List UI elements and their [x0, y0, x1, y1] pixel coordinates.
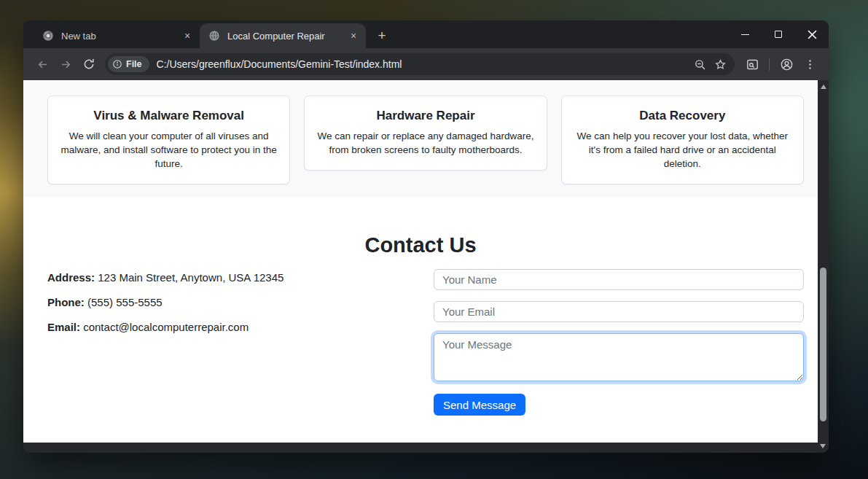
window-controls [728, 20, 829, 48]
browser-window: New tab × Local Computer Repair × + [23, 20, 829, 453]
browser-toolbar: File C:/Users/greenflux/Documents/Gemini… [23, 48, 829, 80]
tab-close-icon[interactable]: × [347, 29, 360, 42]
file-chip[interactable]: File [108, 56, 149, 72]
globe-icon [208, 30, 220, 42]
services-section: Virus & Malware Removal We will clean yo… [23, 80, 818, 197]
toolbar-divider [769, 58, 770, 71]
maximize-icon [775, 31, 782, 38]
web-page-content: Virus & Malware Removal We will clean yo… [23, 80, 818, 443]
info-icon [112, 59, 122, 69]
phone-label: Phone: [47, 296, 85, 308]
forward-button[interactable] [54, 52, 77, 76]
forward-arrow-icon [59, 58, 73, 71]
email-label: Email: [47, 321, 80, 333]
url-text[interactable]: C:/Users/greenflux/Documents/Gemini-Test… [157, 58, 689, 70]
contact-heading: Contact Us [23, 233, 818, 257]
side-panel-button[interactable] [740, 52, 764, 76]
tab-close-icon[interactable]: × [181, 29, 194, 42]
profile-button[interactable] [775, 52, 798, 76]
card-description: We will clean your computer of all virus… [59, 130, 278, 171]
close-icon [808, 30, 817, 39]
menu-button[interactable] [798, 52, 821, 76]
bookmark-button[interactable] [710, 54, 730, 74]
close-button[interactable] [795, 20, 829, 48]
tab-strip: New tab × Local Computer Repair × + [23, 20, 829, 48]
page-viewport: Virus & Malware Removal We will clean yo… [23, 80, 829, 453]
phone-line: Phone: (555) 555-5555 [47, 296, 434, 308]
zoom-minus-icon [694, 58, 706, 71]
maximize-button[interactable] [762, 20, 795, 48]
service-card-virus-malware: Virus & Malware Removal We will clean yo… [47, 96, 290, 184]
scrollbar-thumb[interactable] [820, 268, 826, 421]
reload-button[interactable] [77, 52, 101, 76]
page-scrollbar[interactable] [818, 80, 829, 453]
card-title: Hardware Repair [316, 109, 535, 123]
contact-form: Send Message [434, 269, 804, 416]
card-description: We can help you recover your lost data, … [573, 130, 792, 171]
back-arrow-icon [36, 58, 50, 71]
contact-info: Address: 123 Main Street, Anytown, USA 1… [47, 269, 434, 416]
chrome-icon [42, 30, 54, 42]
email-value: contact@localcomputerrepair.com [83, 321, 249, 333]
star-icon [714, 58, 727, 71]
card-title: Data Recovery [573, 109, 792, 123]
address-bar[interactable]: File C:/Users/greenflux/Documents/Gemini… [105, 53, 735, 75]
scroll-down-icon[interactable] [820, 444, 826, 448]
kebab-menu-icon [804, 58, 816, 71]
address-label: Address: [47, 271, 95, 284]
profile-icon [780, 58, 794, 71]
minimize-button[interactable] [728, 20, 762, 48]
tab-title: Local Computer Repair [227, 31, 347, 42]
scroll-up-icon[interactable] [821, 85, 826, 89]
card-title: Virus & Malware Removal [59, 109, 278, 123]
service-card-data-recovery: Data Recovery We can help you recover yo… [561, 96, 804, 184]
zoom-button[interactable] [689, 54, 710, 74]
minimize-icon [741, 34, 749, 35]
message-textarea[interactable] [434, 333, 804, 381]
side-panel-search-icon [746, 58, 759, 71]
email-input[interactable] [434, 301, 804, 322]
card-description: We can repair or replace any damaged har… [316, 130, 535, 157]
file-chip-label: File [126, 59, 142, 69]
contact-section: Contact Us Address: 123 Main Street, Any… [23, 197, 818, 416]
service-card-hardware-repair: Hardware Repair We can repair or replace… [304, 96, 547, 171]
address-value: 123 Main Street, Anytown, USA 12345 [98, 271, 284, 284]
send-message-button[interactable]: Send Message [434, 394, 525, 416]
name-input[interactable] [434, 269, 804, 290]
tab-new-tab[interactable]: New tab × [34, 23, 200, 48]
email-line: Email: contact@localcomputerrepair.com [47, 321, 434, 333]
new-tab-button[interactable]: + [372, 25, 392, 45]
back-button[interactable] [31, 52, 54, 76]
tab-local-computer-repair[interactable]: Local Computer Repair × [200, 23, 366, 48]
tab-title: New tab [61, 31, 181, 42]
phone-value: (555) 555-5555 [87, 296, 163, 308]
reload-icon [82, 58, 95, 71]
address-line: Address: 123 Main Street, Anytown, USA 1… [47, 271, 434, 284]
